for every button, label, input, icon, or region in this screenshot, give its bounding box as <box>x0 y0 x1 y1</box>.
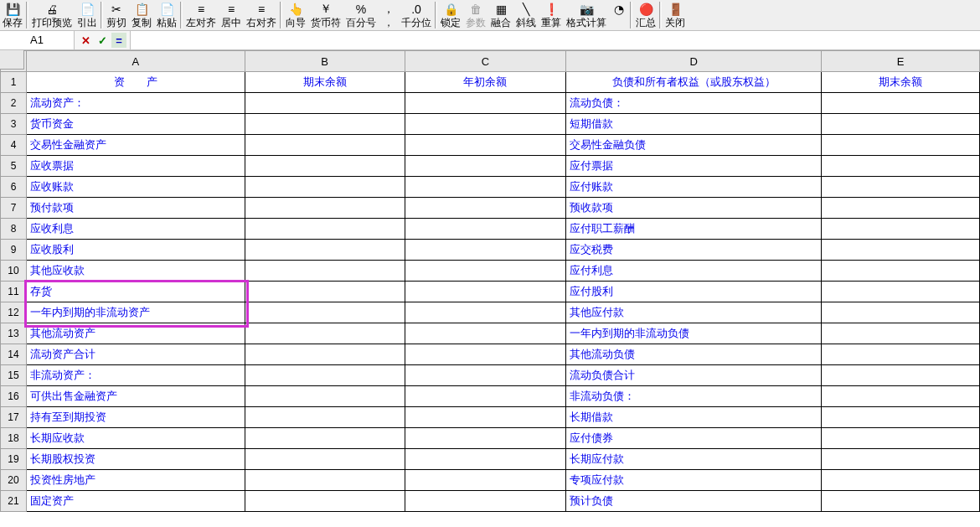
cell-E11[interactable] <box>822 282 980 302</box>
cell-A2[interactable]: 流动资产： <box>26 93 245 114</box>
row-header-8[interactable]: 8 <box>1 219 27 240</box>
row-header-3[interactable]: 3 <box>1 114 27 135</box>
cell-B1[interactable]: 期末余额 <box>245 72 405 93</box>
cell-B12[interactable] <box>245 302 405 323</box>
cell-A16[interactable]: 可供出售金融资产 <box>26 386 245 407</box>
cell-E20[interactable] <box>822 470 980 491</box>
cell-D17[interactable]: 长期借款 <box>566 407 822 428</box>
cell-E17[interactable] <box>822 407 980 428</box>
cell-B3[interactable] <box>245 114 405 135</box>
row-header-12[interactable]: 12 <box>1 302 27 323</box>
cell-C21[interactable] <box>405 491 566 512</box>
cell-B8[interactable] <box>245 219 405 240</box>
align-center-button[interactable]: ≡居中 <box>219 2 244 30</box>
cell-E14[interactable] <box>822 344 980 365</box>
cell-D7[interactable]: 预收款项 <box>566 198 822 219</box>
cell-C11[interactable] <box>405 282 566 302</box>
cell-B7[interactable] <box>245 198 405 219</box>
cell-B19[interactable] <box>245 449 405 470</box>
formula-confirm-button[interactable]: ✓ <box>95 33 110 48</box>
cell-A21[interactable]: 固定资产 <box>26 491 245 512</box>
cell-E13[interactable] <box>822 323 980 344</box>
cell-B16[interactable] <box>245 386 405 407</box>
cell-E18[interactable] <box>822 428 980 449</box>
cell-E16[interactable] <box>822 386 980 407</box>
cell-C2[interactable] <box>405 93 566 114</box>
wizard-button[interactable]: 👆向导 <box>283 2 308 30</box>
cell-A11[interactable]: 存货 <box>26 282 245 302</box>
cell-D14[interactable]: 其他流动负债 <box>566 344 822 365</box>
row-header-1[interactable]: 1 <box>1 72 27 93</box>
cell-B5[interactable] <box>245 156 405 177</box>
paste-button[interactable]: 📄粘贴 <box>154 2 179 30</box>
extra-button[interactable]: ◔ <box>609 2 629 30</box>
cell-D19[interactable]: 长期应付款 <box>566 449 822 470</box>
cell-D5[interactable]: 应付票据 <box>566 156 822 177</box>
align-right-button[interactable]: ≡右对齐 <box>244 2 279 30</box>
cell-E8[interactable] <box>822 219 980 240</box>
cell-E21[interactable] <box>822 491 980 512</box>
formula-cancel-button[interactable]: ✕ <box>78 33 93 48</box>
cell-B21[interactable] <box>245 491 405 512</box>
cell-C8[interactable] <box>405 219 566 240</box>
cell-A4[interactable]: 交易性金融资产 <box>26 135 245 156</box>
row-header-17[interactable]: 17 <box>1 407 27 428</box>
cell-B4[interactable] <box>245 135 405 156</box>
cell-D2[interactable]: 流动负债： <box>566 93 822 114</box>
row-header-9[interactable]: 9 <box>1 240 27 261</box>
row-header-5[interactable]: 5 <box>1 156 27 177</box>
row-header-10[interactable]: 10 <box>1 261 27 282</box>
cell-B14[interactable] <box>245 344 405 365</box>
cell-A9[interactable]: 应收股利 <box>26 240 245 261</box>
cell-D4[interactable]: 交易性金融负债 <box>566 135 822 156</box>
cell-B13[interactable] <box>245 323 405 344</box>
cell-D3[interactable]: 短期借款 <box>566 114 822 135</box>
cell-D6[interactable]: 应付账款 <box>566 177 822 198</box>
cell-A12[interactable]: 一年内到期的非流动资产 <box>26 302 245 323</box>
row-header-6[interactable]: 6 <box>1 177 27 198</box>
cell-A7[interactable]: 预付款项 <box>26 198 245 219</box>
cell-A17[interactable]: 持有至到期投资 <box>26 407 245 428</box>
param-button[interactable]: 🗑参数 <box>463 2 488 30</box>
cell-E7[interactable] <box>822 198 980 219</box>
row-header-11[interactable]: 11 <box>1 282 27 302</box>
currency-button[interactable]: ￥货币符 <box>308 2 343 30</box>
col-header-C[interactable]: C <box>405 51 566 72</box>
cell-A1[interactable]: 资 产 <box>26 72 245 93</box>
cell-C18[interactable] <box>405 428 566 449</box>
row-header-20[interactable]: 20 <box>1 470 27 491</box>
cell-D18[interactable]: 应付债券 <box>566 428 822 449</box>
row-header-4[interactable]: 4 <box>1 135 27 156</box>
cut-button[interactable]: ✂剪切 <box>104 2 129 30</box>
cell-B17[interactable] <box>245 407 405 428</box>
cell-C12[interactable] <box>405 302 566 323</box>
row-header-2[interactable]: 2 <box>1 93 27 114</box>
cell-B9[interactable] <box>245 240 405 261</box>
cell-E2[interactable] <box>822 93 980 114</box>
recalc-button[interactable]: ❗重算 <box>539 2 564 30</box>
select-all-corner[interactable] <box>0 50 24 70</box>
print-preview-button[interactable]: 🖨打印预览 <box>29 2 75 30</box>
cell-A14[interactable]: 流动资产合计 <box>26 344 245 365</box>
cell-A10[interactable]: 其他应收款 <box>26 261 245 282</box>
row-header-18[interactable]: 18 <box>1 428 27 449</box>
close-button[interactable]: 🚪关闭 <box>663 2 688 30</box>
cell-B15[interactable] <box>245 365 405 386</box>
col-header-E[interactable]: E <box>822 51 980 72</box>
cell-D8[interactable]: 应付职工薪酬 <box>566 219 822 240</box>
export-button[interactable]: 📄引出 <box>75 2 100 30</box>
cell-C17[interactable] <box>405 407 566 428</box>
row-header-7[interactable]: 7 <box>1 198 27 219</box>
cell-C5[interactable] <box>405 156 566 177</box>
cell-B2[interactable] <box>245 93 405 114</box>
cell-C19[interactable] <box>405 449 566 470</box>
cell-A8[interactable]: 应收利息 <box>26 219 245 240</box>
col-header-B[interactable]: B <box>245 51 405 72</box>
cell-E5[interactable] <box>822 156 980 177</box>
cell-E9[interactable] <box>822 240 980 261</box>
row-header-21[interactable]: 21 <box>1 491 27 512</box>
fmtcalc-button[interactable]: 📷格式计算 <box>564 2 609 30</box>
cell-E12[interactable] <box>822 302 980 323</box>
align-left-button[interactable]: ≡左对齐 <box>183 2 219 30</box>
cell-E6[interactable] <box>822 177 980 198</box>
